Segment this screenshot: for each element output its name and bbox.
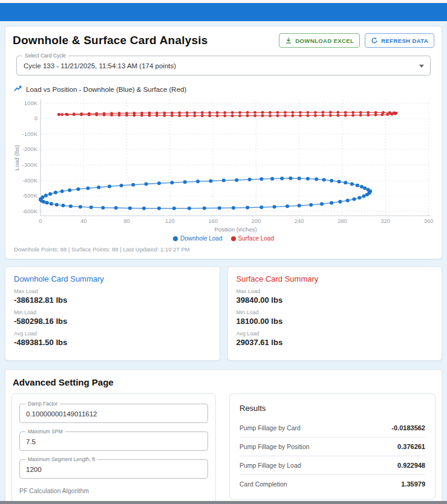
svg-text:160: 160 xyxy=(208,218,218,224)
damp-factor-input[interactable] xyxy=(20,404,207,422)
max-segment-length-field: Maximum Segment Length, ft xyxy=(19,459,208,479)
results-title: Results xyxy=(240,401,425,419)
result-value: 1.35979 xyxy=(401,480,425,488)
svg-text:-600K: -600K xyxy=(22,208,38,215)
result-label: Card Completion xyxy=(240,480,287,488)
load-position-chart: 100K0-100K-200K-300K-400K-500K-600K04080… xyxy=(11,96,439,234)
advanced-settings-title: Advanced Setting Page xyxy=(11,376,436,393)
advanced-columns: Damp Factor Maximum SPM Maximum Segment … xyxy=(11,393,436,504)
damp-factor-label: Damp Factor xyxy=(25,401,60,407)
surface-min-load-label: Min Load xyxy=(237,309,434,315)
svg-text:-400K: -400K xyxy=(22,177,38,184)
legend-item-surface[interactable]: Surface Load xyxy=(231,235,275,242)
svg-text:200: 200 xyxy=(251,218,261,224)
svg-text:40: 40 xyxy=(80,218,87,224)
surface-summary-title: Surface Card Summary xyxy=(237,274,434,283)
result-value: -0.0183562 xyxy=(391,424,425,431)
result-label: Pump Fillage by Load xyxy=(240,462,301,469)
download-icon xyxy=(285,37,292,44)
surface-min-load-value: 18100.00 lbs xyxy=(237,317,434,326)
svg-text:Load (lbs): Load (lbs) xyxy=(13,145,20,170)
downhole-min-load-label: Min Load xyxy=(14,309,211,315)
svg-text:-500K: -500K xyxy=(22,192,38,199)
svg-text:120: 120 xyxy=(165,218,175,224)
legend-item-downhole[interactable]: Downhole Load xyxy=(173,235,223,242)
svg-text:360: 360 xyxy=(424,218,434,224)
analysis-card: Downhole & Surface Card Analysis DOWNLOA… xyxy=(5,26,442,259)
result-row-card-completion: Card Completion 1.35979 xyxy=(240,475,425,493)
svg-text:-100K: -100K xyxy=(22,131,38,137)
surface-summary-card: Surface Card Summary Max Load 39840.00 l… xyxy=(227,267,443,361)
surface-max-load-value: 39840.00 lbs xyxy=(237,296,434,305)
downhole-avg-load-value: -489381.50 lbs xyxy=(14,338,211,347)
svg-text:0: 0 xyxy=(39,218,42,224)
chart-legend: Downhole Load Surface Load xyxy=(11,235,436,242)
card-cycle-select-value: Cycle 133 - 11/21/2025, 11:54:13 AM (174… xyxy=(24,62,176,69)
chart-status-text: Downhole Points: 88 | Surface Points: 88… xyxy=(11,242,436,254)
result-row-pump-fillage-card: Pump Fillage by Card -0.0183562 xyxy=(240,419,425,438)
app-bar xyxy=(0,3,447,21)
result-label: Pump Fillage by Card xyxy=(240,424,301,431)
downhole-max-load-value: -386182.81 lbs xyxy=(14,296,211,305)
chart-title: Load vs Position - Downhole (Blue) & Sur… xyxy=(26,86,186,93)
result-value: 0.376261 xyxy=(397,443,425,450)
svg-text:-300K: -300K xyxy=(22,161,38,168)
refresh-icon xyxy=(371,37,378,44)
settings-inputs-card: Damp Factor Maximum SPM Maximum Segment … xyxy=(11,393,216,504)
result-value: 0.922948 xyxy=(397,462,425,469)
header-actions: DOWNLOAD EXCEL REFRESH DATA xyxy=(279,33,434,48)
svg-text:0: 0 xyxy=(34,115,38,121)
chart-line-icon xyxy=(14,84,22,95)
svg-text:Position (inches): Position (inches) xyxy=(214,226,256,233)
refresh-data-button[interactable]: REFRESH DATA xyxy=(365,33,434,48)
refresh-data-label: REFRESH DATA xyxy=(381,37,428,44)
surface-legend-dot-icon xyxy=(231,236,236,241)
download-excel-label: DOWNLOAD EXCEL xyxy=(295,37,354,44)
downhole-max-load-label: Max Load xyxy=(14,288,211,294)
maximum-spm-field: Maximum SPM xyxy=(19,431,208,451)
pf-algorithm-group-label: PF Calculation Algorithm xyxy=(19,487,208,494)
card-cycle-select[interactable]: Select Card Cycle Cycle 133 - 11/21/2025… xyxy=(16,56,431,76)
downhole-min-load-value: -580298.16 lbs xyxy=(14,317,211,326)
legend-label-surface: Surface Load xyxy=(238,235,275,242)
summary-row: Downhole Card Summary Max Load -386182.8… xyxy=(5,267,442,361)
result-label: Pump Fillage by Position xyxy=(240,443,310,450)
maximum-spm-input[interactable] xyxy=(20,432,207,450)
downhole-summary-title: Downhole Card Summary xyxy=(14,274,211,283)
result-row-pump-fillage-load: Pump Fillage by Load 0.922948 xyxy=(240,456,425,475)
svg-text:320: 320 xyxy=(380,218,390,224)
max-segment-length-input[interactable] xyxy=(20,460,207,478)
bottom-bar xyxy=(0,501,447,504)
svg-text:80: 80 xyxy=(123,218,130,224)
results-card: Results Pump Fillage by Card -0.0183562 … xyxy=(229,393,436,500)
maximum-spm-label: Maximum SPM xyxy=(25,428,65,435)
page-container: Downhole & Surface Card Analysis DOWNLOA… xyxy=(0,21,447,504)
svg-text:240: 240 xyxy=(295,218,304,224)
card-cycle-select-label: Select Card Cycle xyxy=(22,53,68,59)
result-row-pump-fillage-position: Pump Fillage by Position 0.376261 xyxy=(240,438,425,456)
chevron-down-icon xyxy=(419,65,424,68)
max-segment-length-label: Maximum Segment Length, ft xyxy=(25,456,97,462)
surface-avg-load-value: 29037.61 lbs xyxy=(237,338,434,347)
svg-text:280: 280 xyxy=(338,218,347,224)
legend-label-downhole: Downhole Load xyxy=(180,235,223,242)
advanced-settings-card: Advanced Setting Page Damp Factor Maximu… xyxy=(5,369,442,504)
surface-max-load-label: Max Load xyxy=(237,288,434,294)
svg-text:-200K: -200K xyxy=(22,146,38,152)
page-title: Downhole & Surface Card Analysis xyxy=(13,34,207,47)
downhole-legend-dot-icon xyxy=(173,236,178,241)
chart-title-row: Load vs Position - Downhole (Blue) & Sur… xyxy=(11,82,436,96)
svg-text:100K: 100K xyxy=(24,100,38,106)
downhole-summary-card: Downhole Card Summary Max Load -386182.8… xyxy=(5,267,220,361)
header-row: Downhole & Surface Card Analysis DOWNLOA… xyxy=(11,32,436,51)
surface-avg-load-label: Avg Load xyxy=(237,331,434,337)
damp-factor-field: Damp Factor xyxy=(19,404,208,423)
downhole-avg-load-label: Avg Load xyxy=(14,331,211,337)
download-excel-button[interactable]: DOWNLOAD EXCEL xyxy=(279,33,360,48)
